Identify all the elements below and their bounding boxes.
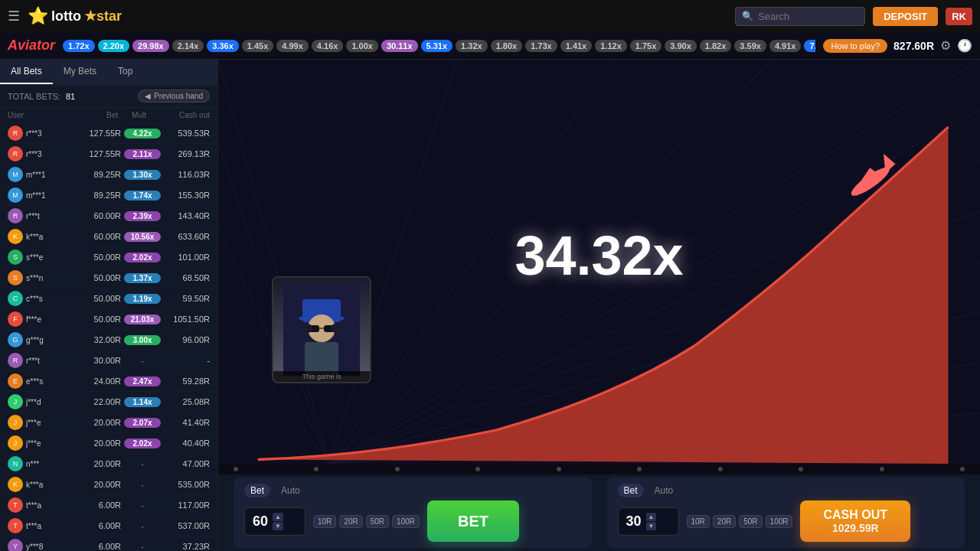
tab-auto-1[interactable]: Auto: [275, 484, 306, 497]
game-bar: Aviator 1.72x2.20x29.98x2.14x3.36x1.45x4…: [0, 32, 980, 60]
bet-panel-2: Bet Auto 30 ▲ ▼ 10R 20R 50R: [607, 478, 965, 548]
multiplier-badge[interactable]: 1.72x: [63, 40, 95, 52]
multiplier-badge[interactable]: 7.76x: [804, 40, 815, 52]
x-dot: [718, 467, 723, 471]
how-to-play-button[interactable]: How to play?: [823, 39, 887, 53]
bet-row: Mm***189.25R1.30x116.03R: [0, 165, 217, 185]
search-input[interactable]: [758, 11, 850, 22]
bet-amount-box-2[interactable]: 30 ▲ ▼: [618, 507, 679, 536]
bet-multiplier: -: [124, 459, 161, 469]
multiplier-badge[interactable]: 1.00x: [346, 40, 378, 52]
bet-user: k***a: [26, 481, 57, 489]
multiplier-badge[interactable]: 1.41x: [560, 40, 593, 52]
history-icon[interactable]: 🕐: [957, 38, 972, 53]
multiplier-badge[interactable]: 3.59x: [734, 40, 766, 52]
multiplier-badge[interactable]: 3.36x: [207, 40, 239, 52]
quick-50r-2[interactable]: 50R: [739, 515, 762, 528]
bet-row: Gg***g32.00R3.00x96.00R: [0, 330, 217, 350]
bet-cashout: -: [164, 356, 210, 365]
quick-100r-2[interactable]: 100R: [766, 515, 793, 528]
bets-tab-top[interactable]: Top: [107, 60, 143, 84]
bet-avatar: S: [8, 249, 23, 265]
bets-columns: User Bet Mult Cash out: [0, 108, 217, 123]
bet-user: c***s: [26, 295, 57, 303]
deposit-button[interactable]: DEPOSIT: [873, 7, 938, 26]
multiplier-badge[interactable]: 1.12x: [595, 40, 627, 52]
quick-10r-1[interactable]: 10R: [313, 515, 336, 528]
multiplier-badge[interactable]: 2.20x: [98, 40, 130, 52]
bet-cashout: 40.40R: [164, 439, 210, 448]
bet-multiplier: 1.14x: [124, 397, 161, 407]
multiplier-badge[interactable]: 1.75x: [630, 40, 662, 52]
multiplier-badge[interactable]: 4.91x: [769, 40, 802, 52]
bet-cashout: 37.23R: [164, 542, 210, 551]
multiplier-badge[interactable]: 1.80x: [491, 40, 523, 52]
tab-bet-2[interactable]: Bet: [618, 484, 644, 497]
bet-amount: 60.00R: [57, 211, 121, 220]
bet-row: Nn***20.00R-47.00R: [0, 454, 217, 474]
bets-tab-all-bets[interactable]: All Bets: [0, 60, 53, 84]
quick-50r-1[interactable]: 50R: [366, 515, 389, 528]
balance-display: 827.60R: [893, 40, 934, 52]
multiplier-badge[interactable]: 1.32x: [456, 40, 488, 52]
quick-20r-2[interactable]: 20R: [713, 515, 736, 528]
multiplier-badge[interactable]: 29.98x: [132, 40, 169, 52]
quick-20r-1[interactable]: 20R: [339, 515, 362, 528]
x-axis: [218, 464, 980, 474]
webcam-overlay: This game is: [272, 276, 371, 383]
bet-multiplier: -: [124, 542, 161, 552]
bet-amount: 20.00R: [57, 418, 121, 427]
tab-auto-2[interactable]: Auto: [648, 484, 680, 497]
cashout-amount: 1029.59R: [832, 522, 879, 535]
stepper-up-1[interactable]: ▲: [273, 513, 283, 521]
bet-multiplier: -: [124, 480, 161, 490]
quick-100r-1[interactable]: 100R: [392, 515, 420, 528]
logo: ⭐ lotto ★star: [28, 6, 122, 26]
bet-cashout: 59.28R: [164, 377, 210, 386]
bet-row: Kk***a20.00R-535.00R: [0, 474, 217, 495]
multiplier-badge[interactable]: 1.73x: [525, 40, 557, 52]
bet-multiplier: 3.00x: [124, 335, 161, 345]
bet-user: m***1: [26, 191, 57, 200]
multiplier-badge[interactable]: 4.16x: [312, 40, 344, 52]
quick-10r-2[interactable]: 10R: [687, 515, 710, 528]
cashout-label: CASH OUT: [823, 507, 887, 522]
multiplier-strip: 1.72x2.20x29.98x2.14x3.36x1.45x4.99x4.16…: [63, 40, 815, 52]
bet-row: Jj***e20.00R2.02x40.40R: [0, 433, 217, 454]
settings-icon[interactable]: ⚙: [940, 38, 951, 53]
stepper-down-1[interactable]: ▼: [273, 522, 283, 530]
bet-row: Yy***86.00R-37.23R: [0, 536, 217, 551]
bet-user: r***t: [26, 212, 57, 220]
multiplier-badge[interactable]: 2.14x: [172, 40, 204, 52]
bet-cashout: 47.00R: [164, 459, 210, 468]
hamburger-menu[interactable]: ☰: [8, 8, 20, 24]
search-box[interactable]: 🔍: [735, 7, 865, 26]
bet-cashout: 116.03R: [164, 170, 210, 179]
bet-multiplier: -: [124, 356, 161, 366]
x-dot: [314, 467, 318, 471]
multiplier-badge[interactable]: 5.31x: [421, 40, 453, 52]
cashout-button[interactable]: CASH OUT 1029.59R: [800, 500, 910, 542]
left-panel: All BetsMy BetsTop TOTAL BETS: 81 ◀ Prev…: [0, 60, 218, 551]
logo-icon: ⭐: [28, 6, 48, 26]
multiplier-badge[interactable]: 30.11x: [381, 40, 418, 52]
multiplier-badge[interactable]: 1.82x: [700, 40, 732, 52]
bet-button[interactable]: BET: [427, 500, 519, 542]
bet-row: Tt***a6.00R-537.00R: [0, 516, 217, 536]
stepper-down-2[interactable]: ▼: [646, 522, 657, 530]
prev-hand-button[interactable]: ◀ Previous hand: [138, 90, 210, 103]
stepper-up-2[interactable]: ▲: [646, 513, 657, 521]
bet-cashout: 96.00R: [164, 335, 210, 344]
multiplier-badge[interactable]: 4.99x: [276, 40, 309, 52]
bet-amount-box-1[interactable]: 60 ▲ ▼: [244, 507, 305, 536]
multiplier-badge[interactable]: 3.90x: [665, 40, 697, 52]
logo-text-star: ★star: [84, 8, 122, 24]
search-icon: 🔍: [742, 11, 753, 21]
bets-tab-my-bets[interactable]: My Bets: [53, 60, 107, 84]
user-avatar[interactable]: RK: [946, 8, 972, 25]
bet-multiplier: 1.19x: [124, 294, 161, 304]
bet-amount: 89.25R: [57, 191, 121, 200]
panel-1-row: 60 ▲ ▼ 10R 20R 50R 100R BET: [244, 500, 581, 542]
multiplier-badge[interactable]: 1.45x: [242, 40, 274, 52]
tab-bet-1[interactable]: Bet: [244, 484, 270, 497]
